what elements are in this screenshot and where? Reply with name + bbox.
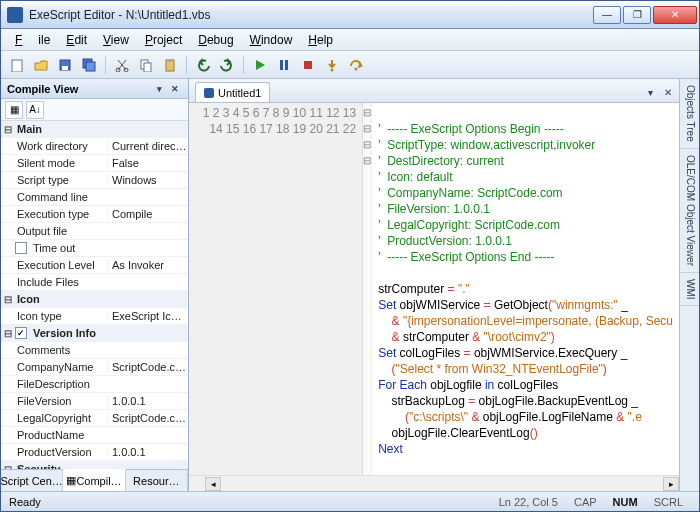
panel-title: Compile View: [7, 83, 78, 95]
status-bar: Ready Ln 22, Col 5 CAP NUM SCRL: [1, 491, 699, 511]
prop-toolbar: ▦ A↓: [1, 99, 188, 121]
tab-label: Untitled1: [218, 87, 261, 99]
prop-sort-button[interactable]: A↓: [26, 101, 44, 119]
close-button[interactable]: ✕: [653, 6, 697, 24]
prop-category[interactable]: ⊟Icon: [1, 291, 188, 308]
status-ready: Ready: [9, 496, 491, 508]
document-tabs: Untitled1 ▾ ✕: [189, 79, 679, 103]
menu-project[interactable]: Project: [137, 31, 190, 49]
paste-button[interactable]: [160, 55, 180, 75]
menu-debug[interactable]: Debug: [190, 31, 241, 49]
svg-rect-0: [12, 60, 22, 72]
svg-rect-13: [304, 61, 312, 69]
saveall-button[interactable]: [79, 55, 99, 75]
panel-dropdown-icon[interactable]: ▾: [152, 82, 166, 96]
tab-untitled1[interactable]: Untitled1: [195, 82, 270, 102]
status-scrl: SCRL: [646, 496, 691, 508]
pause-button[interactable]: [274, 55, 294, 75]
panel-close-icon[interactable]: ✕: [168, 82, 182, 96]
prop-category[interactable]: ⊟✓Version Info: [1, 325, 188, 342]
prop-row[interactable]: Comments: [1, 342, 188, 359]
status-num: NUM: [605, 496, 646, 508]
svg-rect-11: [280, 60, 283, 70]
open-button[interactable]: [31, 55, 51, 75]
menu-help[interactable]: Help: [300, 31, 341, 49]
stepover-button[interactable]: [346, 55, 366, 75]
prop-row[interactable]: Script typeWindows: [1, 172, 188, 189]
prop-row[interactable]: Execution typeCompile: [1, 206, 188, 223]
right-docked-tabs: Objects TreeOLE/COM Object ViewerWMI: [679, 79, 699, 491]
prop-category[interactable]: ⊟Security: [1, 461, 188, 469]
svg-rect-2: [62, 66, 68, 70]
scroll-left-icon[interactable]: ◂: [205, 477, 221, 491]
svg-rect-10: [168, 59, 172, 62]
stop-button[interactable]: [298, 55, 318, 75]
prop-row[interactable]: Execution LevelAs Invoker: [1, 257, 188, 274]
fold-column[interactable]: ⊟ ⊟ ⊟ ⊟: [363, 103, 372, 475]
minimize-button[interactable]: —: [593, 6, 621, 24]
status-position: Ln 22, Col 5: [491, 496, 566, 508]
save-button[interactable]: [55, 55, 75, 75]
prop-row[interactable]: Command line: [1, 189, 188, 206]
menu-window[interactable]: Window: [242, 31, 301, 49]
editor-hscroll[interactable]: ◂ ▸: [189, 475, 679, 491]
code-text[interactable]: ' ----- ExeScript Options Begin -----' S…: [372, 103, 679, 475]
maximize-button[interactable]: ❐: [623, 6, 651, 24]
file-icon: [204, 88, 214, 98]
stepinto-button[interactable]: [322, 55, 342, 75]
app-window: ExeScript Editor - N:\Untitled1.vbs — ❐ …: [0, 0, 700, 512]
toolbar: [1, 51, 699, 79]
run-button[interactable]: [250, 55, 270, 75]
tab-script-center[interactable]: Script Cen…: [1, 470, 63, 491]
svg-rect-8: [144, 63, 151, 72]
prop-row[interactable]: FileDescription: [1, 376, 188, 393]
tab-resources[interactable]: Resour…: [126, 470, 188, 491]
tab-compile[interactable]: ▦ Compil…: [63, 469, 125, 491]
title-bar[interactable]: ExeScript Editor - N:\Untitled1.vbs — ❐ …: [1, 1, 699, 29]
prop-row[interactable]: ProductVersion1.0.0.1: [1, 444, 188, 461]
tab-close-icon[interactable]: ✕: [661, 85, 675, 99]
svg-point-15: [355, 67, 358, 70]
menu-view[interactable]: View: [95, 31, 137, 49]
side-tab-wmi[interactable]: WMI: [680, 273, 699, 307]
side-tab-objects-tree[interactable]: Objects Tree: [680, 79, 699, 149]
new-button[interactable]: [7, 55, 27, 75]
copy-button[interactable]: [136, 55, 156, 75]
prop-row[interactable]: Work directoryCurrent directory: [1, 138, 188, 155]
window-title: ExeScript Editor - N:\Untitled1.vbs: [29, 8, 593, 22]
app-icon: [7, 7, 23, 23]
prop-categorized-button[interactable]: ▦: [5, 101, 23, 119]
svg-rect-4: [86, 62, 95, 71]
prop-row[interactable]: Output file: [1, 223, 188, 240]
redo-button[interactable]: [217, 55, 237, 75]
cut-button[interactable]: [112, 55, 132, 75]
prop-row[interactable]: CompanyNameScriptCode.com: [1, 359, 188, 376]
compile-view-panel: Compile View ▾ ✕ ▦ A↓ ⊟MainWork director…: [1, 79, 189, 491]
menu-file[interactable]: File: [7, 31, 58, 49]
prop-row[interactable]: Icon typeExeScript Ic…: [1, 308, 188, 325]
svg-rect-12: [285, 60, 288, 70]
panel-header[interactable]: Compile View ▾ ✕: [1, 79, 188, 99]
code-editor[interactable]: 1 2 3 4 5 6 7 8 9 10 11 12 13 14 15 16 1…: [189, 103, 679, 475]
prop-row[interactable]: FileVersion1.0.0.1: [1, 393, 188, 410]
left-tabs: Script Cen… ▦ Compil… Resour…: [1, 469, 188, 491]
editor-area: Untitled1 ▾ ✕ 1 2 3 4 5 6 7 8 9 10 11 12…: [189, 79, 679, 491]
side-tab-ole-com-object-viewer[interactable]: OLE/COM Object Viewer: [680, 149, 699, 273]
prop-row[interactable]: Include Files: [1, 274, 188, 291]
status-cap: CAP: [566, 496, 605, 508]
tab-dropdown-icon[interactable]: ▾: [643, 85, 657, 99]
prop-row[interactable]: ProductName: [1, 427, 188, 444]
svg-point-14: [331, 68, 334, 71]
prop-row[interactable]: Silent modeFalse: [1, 155, 188, 172]
undo-button[interactable]: [193, 55, 213, 75]
prop-category[interactable]: ⊟Main: [1, 121, 188, 138]
property-grid[interactable]: ⊟MainWork directoryCurrent directorySile…: [1, 121, 188, 469]
prop-row[interactable]: LegalCopyrightScriptCode.com: [1, 410, 188, 427]
scroll-right-icon[interactable]: ▸: [663, 477, 679, 491]
line-gutter: 1 2 3 4 5 6 7 8 9 10 11 12 13 14 15 16 1…: [189, 103, 363, 475]
menu-bar: File Edit View Project Debug Window Help: [1, 29, 699, 51]
menu-edit[interactable]: Edit: [58, 31, 95, 49]
prop-row[interactable]: Time out: [1, 240, 188, 257]
